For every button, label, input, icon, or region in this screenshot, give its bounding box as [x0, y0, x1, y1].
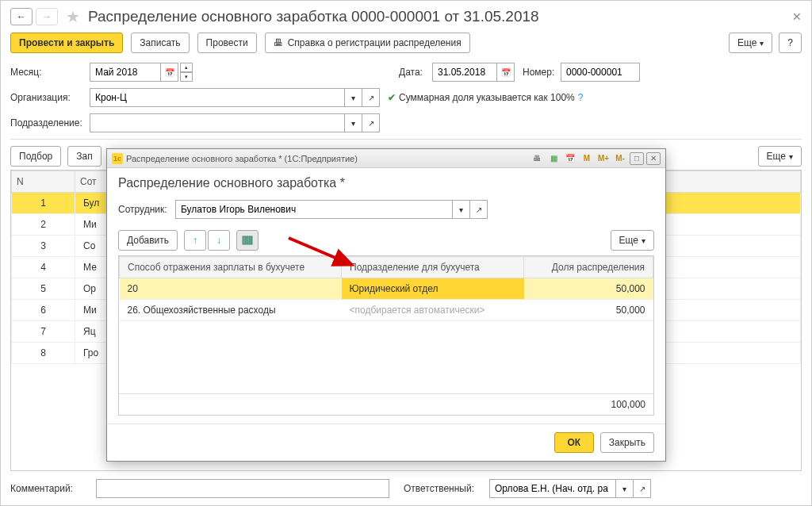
- responsible-input[interactable]: [489, 479, 616, 498]
- post-button[interactable]: Провести: [197, 33, 257, 53]
- employee-label: Сотрудник:: [118, 204, 175, 215]
- org-input[interactable]: [90, 88, 345, 107]
- move-up-button[interactable]: ↑: [184, 230, 206, 251]
- comment-label: Комментарий:: [10, 483, 90, 494]
- distribution-row[interactable]: 26. Общехозяйственные расходы <подбирает…: [120, 300, 653, 321]
- col-dept-header[interactable]: Подразделение для бухучета: [342, 257, 524, 278]
- month-label: Месяц:: [10, 67, 90, 78]
- memory-mminus-button[interactable]: M-: [613, 152, 627, 165]
- table-more-button[interactable]: Еще: [758, 146, 802, 167]
- employee-open-button[interactable]: ↗: [470, 200, 488, 219]
- dialog-maximize-button[interactable]: □: [630, 152, 644, 165]
- dept-dropdown-button[interactable]: ▾: [345, 113, 362, 132]
- svg-rect-2: [251, 236, 252, 244]
- move-down-button[interactable]: ↓: [208, 230, 230, 251]
- fill-button[interactable]: Зап: [67, 146, 101, 167]
- dialog-more-button[interactable]: Еще: [611, 230, 654, 251]
- calendar-icon[interactable]: 📅: [563, 152, 577, 165]
- date-label: Дата:: [399, 67, 432, 78]
- month-spin-down[interactable]: ▾: [180, 72, 193, 82]
- sum-help-icon[interactable]: ?: [578, 92, 584, 103]
- month-input[interactable]: [90, 63, 161, 82]
- org-dropdown-button[interactable]: ▾: [345, 88, 362, 107]
- dept-input[interactable]: [90, 113, 345, 132]
- memory-mplus-button[interactable]: M+: [596, 152, 611, 165]
- employee-input[interactable]: [175, 200, 453, 219]
- columns-icon: [242, 235, 253, 246]
- close-icon[interactable]: ✕: [792, 10, 802, 23]
- month-calendar-button[interactable]: 📅: [161, 63, 178, 82]
- add-row-button[interactable]: Добавить: [118, 230, 178, 251]
- org-label: Организация:: [10, 92, 90, 103]
- svg-rect-1: [247, 236, 250, 244]
- comment-input[interactable]: [96, 479, 389, 498]
- date-calendar-button[interactable]: 📅: [497, 63, 515, 82]
- col-method-header[interactable]: Способ отражения зарплаты в бухучете: [120, 257, 342, 278]
- printer-icon: 🖶: [274, 37, 283, 48]
- distribution-table: Способ отражения зарплаты в бухучете Под…: [119, 256, 653, 321]
- number-label: Номер:: [523, 67, 561, 78]
- dialog-heading: Распределение основного заработка *: [118, 176, 654, 190]
- memory-m-button[interactable]: M: [580, 152, 594, 165]
- save-button[interactable]: Записать: [131, 33, 189, 53]
- columns-settings-button[interactable]: [236, 230, 259, 251]
- post-and-close-button[interactable]: Провести и закрыть: [10, 33, 123, 53]
- dept-auto-placeholder: <подбирается автоматически>: [350, 305, 485, 316]
- more-button[interactable]: Еще: [729, 33, 772, 53]
- org-open-button[interactable]: ↗: [362, 88, 380, 107]
- dept-label: Подразделение:: [10, 117, 90, 128]
- help-button[interactable]: ?: [779, 33, 802, 53]
- pick-button[interactable]: Подбор: [10, 146, 61, 167]
- date-input[interactable]: [432, 63, 497, 82]
- grid-icon[interactable]: ▦: [546, 152, 561, 165]
- app-icon: 1c: [112, 153, 123, 164]
- responsible-label: Ответственный:: [404, 483, 483, 494]
- responsible-open-button[interactable]: ↗: [634, 479, 651, 498]
- dept-open-button[interactable]: ↗: [362, 113, 380, 132]
- responsible-dropdown-button[interactable]: ▾: [616, 479, 634, 498]
- close-button[interactable]: Закрыть: [600, 432, 654, 453]
- distribution-total: 100,000: [119, 393, 653, 415]
- col-n-header[interactable]: N: [12, 171, 75, 193]
- dialog-window-title: Распределение основного заработка * (1С:…: [126, 154, 358, 163]
- print-icon[interactable]: 🖶: [530, 152, 544, 165]
- sum-checkbox-label: Суммарная доля указывается как 100%: [399, 92, 575, 103]
- certificate-button[interactable]: 🖶 Справка о регистрации распределения: [265, 33, 470, 53]
- sum-checkbox[interactable]: ✔: [388, 92, 396, 103]
- distribution-row[interactable]: 20 Юридический отдел 50,000: [120, 278, 653, 300]
- distribution-dialog: 1c Распределение основного заработка * (…: [106, 148, 666, 462]
- dialog-close-button[interactable]: ✕: [646, 152, 661, 165]
- col-share-header[interactable]: Доля распределения: [524, 257, 653, 278]
- month-spin-up[interactable]: ▴: [180, 63, 193, 72]
- svg-rect-0: [243, 236, 246, 244]
- employee-dropdown-button[interactable]: ▾: [453, 200, 470, 219]
- page-title: Распределение основного заработка 0000-0…: [88, 8, 539, 25]
- nav-forward-button[interactable]: →: [36, 8, 58, 25]
- number-input[interactable]: [561, 63, 640, 82]
- favorite-star-icon[interactable]: ★: [66, 7, 80, 26]
- certificate-button-label: Справка о регистрации распределения: [288, 37, 462, 48]
- ok-button[interactable]: ОК: [554, 432, 594, 453]
- nav-back-button[interactable]: ←: [10, 8, 33, 25]
